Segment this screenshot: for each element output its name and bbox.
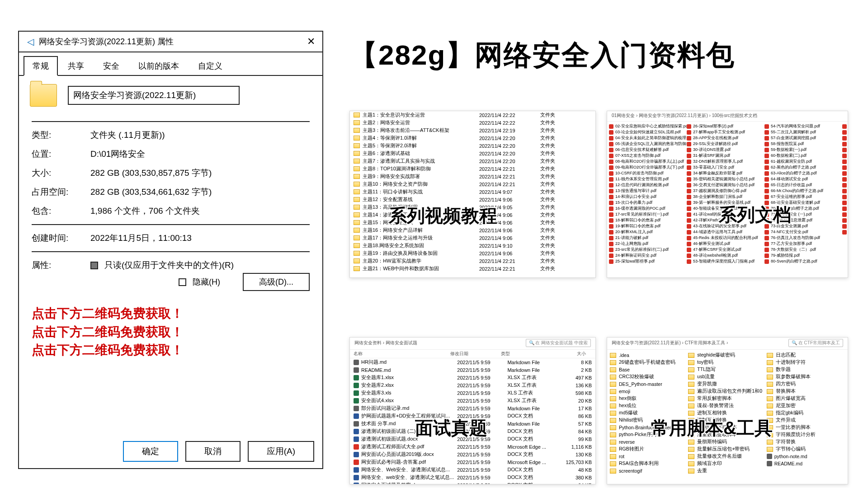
list-item[interactable]: 指定gbk编码 (767, 409, 844, 417)
list-item[interactable]: 92-web常见之逻漏洞挖掘.pdf (842, 188, 848, 194)
list-item[interactable]: 70-Chora的白帽子之路.pdf (764, 206, 842, 211)
list-item[interactable]: 尼亚加密 (767, 402, 844, 409)
list-item[interactable]: 19-解释弱口令的危害.pdf (609, 223, 687, 229)
list-item[interactable]: 45-Redis 未授权访问的配合利用.pdf (687, 235, 764, 241)
list-item[interactable]: 41-讲论waf的探讨.pdf (687, 211, 764, 217)
list-item[interactable]: Base (610, 366, 687, 373)
list-item[interactable]: 60-数据检索(二).pdf (764, 153, 842, 159)
list-item[interactable]: 81-APT研究设备安全.pdf (842, 123, 848, 129)
list-item[interactable]: 12-信息代码行漏洞的检测.pdf (609, 182, 687, 188)
list-item[interactable]: 批量修改文件名后缀 (688, 453, 765, 460)
breadcrumb[interactable]: 网络安全学习资源(2022.11月更新) › CTF常用脚本及工具 › 🔍 在 … (607, 338, 848, 350)
search-input[interactable]: 🔍 在 CTF常用脚本及工 (788, 339, 843, 347)
cancel-button[interactable]: 取消 (185, 441, 241, 462)
list-item[interactable]: 主题2：网络安全运营2022/11/4 22:22文件夹 (350, 119, 595, 127)
back-icon[interactable]: ◁ (24, 36, 37, 47)
list-item[interactable]: 43-在线验证码的安全那事.pdf (687, 223, 764, 229)
list-item[interactable]: 进制互相转换 (688, 409, 765, 417)
list-item[interactable]: 63-Alice的白帽子之路.pdf (764, 170, 842, 176)
list-item[interactable]: 86-web常见思考之SQL注入.pdf (842, 153, 848, 159)
list-item[interactable]: 十进制转字符 (767, 359, 844, 366)
list-item[interactable]: 替换脚本 (767, 388, 844, 395)
list-item[interactable]: 安全面试4.xlsx2022/11/5 9:59XLSX 工作表20 KB (350, 397, 595, 404)
list-item[interactable]: 双参数爆破脚本 (767, 373, 844, 380)
list-item[interactable]: 24-解释验证码安全.pdf (609, 253, 687, 258)
list-item[interactable]: 网络安全、web安全、渗透测试之笔试总...2022/11/5 9:59DOCX… (350, 474, 595, 481)
list-item[interactable]: 字符替换 (767, 438, 844, 446)
list-item[interactable]: 30-讲论DNS泄露.pdf (687, 147, 764, 153)
advanced-button[interactable]: 高级(D)... (243, 273, 310, 291)
list-item[interactable]: 主题3：网络攻击前沿——ATT&CK框架2022/11/4 22:19文件夹 (350, 127, 595, 134)
list-item[interactable]: 90-局外人的白帽子之路.pdf (842, 176, 848, 182)
list-item[interactable]: 09-电商和O2O行业诈骗那事儿(下).pdf (609, 164, 687, 170)
list-item[interactable]: 网络安全、Web安全、渗透测试笔试总...2022/11/5 9:59DOCX … (350, 466, 595, 474)
list-item[interactable]: 02-安全应急响应中心之威胁情报探索.pdf (609, 123, 687, 129)
search-input[interactable]: 🔍 在 网络安全面试题 中搜索 (526, 339, 591, 347)
list-item[interactable]: 26键盘密码-手机键盘密码 (610, 359, 687, 366)
list-item[interactable]: 40-智能设备安全测试.pdf (687, 206, 764, 211)
list-item[interactable]: 遍历读取压缩包文件判断1和0 (688, 388, 765, 395)
list-item[interactable]: 61-越权漏洞安全防.pdf (764, 159, 842, 164)
list-item[interactable]: 57-白盒测试漏洞挖掘.pdf (764, 135, 842, 141)
folder-name-input[interactable]: 网络安全学习资源(2022.11更新) (68, 86, 240, 105)
list-item[interactable]: 37-越权漏洞及修防御心得.pdf (687, 188, 764, 194)
list-item[interactable]: 安全题库2.xlsx2022/11/5 9:59XLSX 工作表136 KB (350, 381, 595, 389)
list-item[interactable]: 主题7：渗透测试工具实操与实战2022/11/4 22:20文件夹 (350, 157, 595, 165)
list-item[interactable]: 主题18.网络安全之系统加固2022/11/4 9:10文件夹 (350, 242, 595, 249)
list-item[interactable]: 53-智能硬件深度挖掘入门指南.pdf (687, 258, 764, 264)
list-item[interactable]: 58-报告医院某.pdf (764, 141, 842, 147)
list-item[interactable]: 98-mrmark的白帽子之路.pdf (842, 223, 848, 229)
list-item[interactable]: 87-web常见挖掘之敏感信息收集.pdf (842, 159, 848, 164)
list-item[interactable]: 主题4：等保测评1.0详解2022/11/4 22:20文件夹 (350, 134, 595, 142)
hidden-check[interactable] (179, 278, 186, 286)
list-item[interactable]: emoji (610, 388, 687, 395)
list-item[interactable]: CRC32校验爆破 (610, 373, 687, 380)
list-item[interactable]: 59-数据检索(一).pdf (764, 147, 842, 153)
list-item[interactable]: 62-黑色的白帽子之路.pdf (764, 164, 842, 170)
list-item[interactable]: 54-汽车的网络安全问题.pdf (764, 123, 842, 129)
list-item[interactable]: 字节转心编码 (767, 446, 844, 453)
list-item[interactable]: 64-移动测试安全.pdf (764, 176, 842, 182)
list-item[interactable]: 21-讲能力破解.pdf (609, 235, 687, 241)
list-item[interactable]: 80-Sven的白帽子之路.pdf (764, 258, 842, 264)
list-item[interactable]: 23-src常见的标准探讨(二).pdf (609, 247, 687, 253)
list-item[interactable]: Nihilist密码 (610, 417, 687, 424)
list-item[interactable]: 主题15：网络安全意识2022/11/4 9:06文件夹 (350, 219, 595, 226)
list-item[interactable]: rot (610, 453, 687, 460)
list-item[interactable]: 数学题 (767, 366, 844, 373)
ok-button[interactable]: 确定 (123, 441, 178, 462)
list-item[interactable]: 主题14：渗透测试工具讲解与实战2022/11/4 9:06文件夹 (350, 211, 595, 219)
list-item[interactable]: 89-web常见之逻辑漏洞挖掘.pdf (842, 170, 848, 176)
list-item[interactable]: 74-NFC支付安全.pdf (764, 229, 842, 235)
list-item[interactable]: usb流量 (688, 373, 765, 380)
list-item[interactable]: 06-信息安全技术疑难解答.pdf (609, 147, 687, 153)
list-item[interactable]: 文件异或 (767, 417, 844, 424)
breadcrumb[interactable]: 01网络安全 › 网络安全学习资源(2022.11月更新) › 100份src挖… (607, 111, 848, 122)
list-item[interactable]: 去重 (688, 467, 765, 474)
list-item[interactable]: 48-讲论webshell检测.pdf (687, 253, 764, 258)
list-item[interactable]: 13-报告通报与审计.pdf (609, 188, 687, 194)
list-item[interactable]: 55-二次注入漏洞解析.pdf (764, 129, 842, 135)
list-item[interactable]: 71-大数据安全 (一).pdf (764, 211, 842, 217)
list-item[interactable]: 78-大数据安全（二）.pdf (764, 247, 842, 253)
list-item[interactable]: 17-src常见的标准探讨(一).pdf (609, 211, 687, 217)
list-item[interactable]: 42-详解XPath注入.pdf (687, 217, 764, 223)
list-item[interactable]: 图片爆破宽高 (767, 395, 844, 402)
list-item[interactable]: 18-解释弱口令的危害.pdf (609, 217, 687, 223)
list-item[interactable]: 批量解压压缩包+带密码 (688, 446, 765, 453)
list-item[interactable]: 25-深知waf那些事.pdf (609, 258, 687, 264)
list-item[interactable]: 网络安全面试题及答案.docx2022/11/5 9:59DOCX 文档34 K… (350, 481, 595, 484)
list-item[interactable]: 47-解释CSRF安全测试.pdf (687, 247, 764, 253)
list-item[interactable]: 主题20：HW蓝军实战教学2022/11/4 22:21文件夹 (350, 257, 595, 265)
list-item[interactable]: RGB转图片 (610, 446, 687, 453)
list-item[interactable]: 主题13：高风险漏洞利用2022/11/4 9:05文件夹 (350, 203, 595, 211)
list-item[interactable]: 11-独丹体系安全管理应用.pdf (609, 176, 687, 182)
list-item[interactable]: toy密码 (688, 359, 765, 366)
list-item[interactable]: hex或位 (610, 402, 687, 409)
list-item[interactable]: DES_Python-master (610, 380, 687, 388)
list-item[interactable]: 26-深知waf那事(2).pdf (687, 123, 764, 129)
list-item[interactable]: 95-web常见之XSS漏洞挖掘.pdf (842, 206, 848, 211)
tab-general[interactable]: 常规 (24, 56, 58, 76)
list-item[interactable]: 曼彻斯特编码 (688, 438, 765, 446)
list-item[interactable]: README.md (767, 460, 844, 467)
